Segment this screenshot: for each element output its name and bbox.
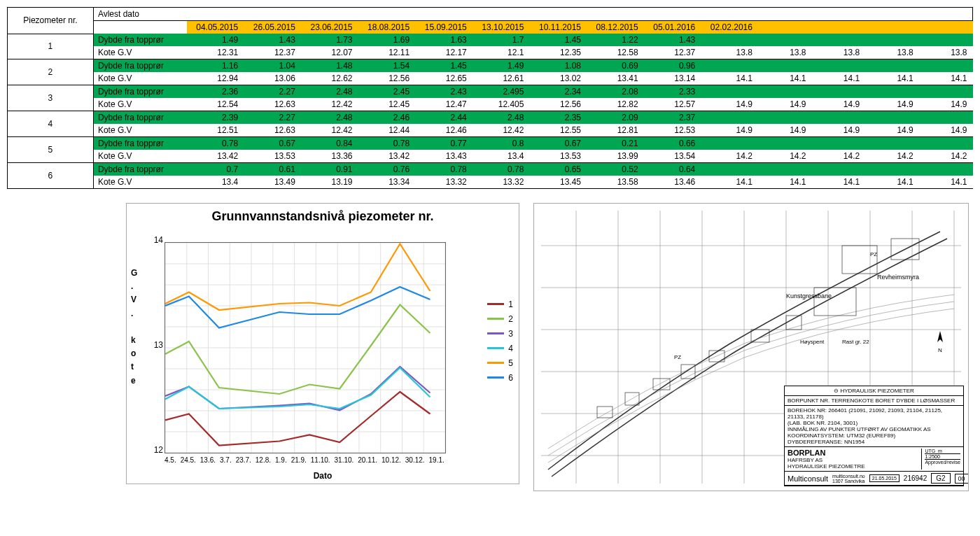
map-title-block: ⊖ HYDRAULISK PIEZOMETER BORPUNKT NR. TER… (784, 386, 964, 486)
chart-plot-area (164, 242, 446, 453)
piezometer-number: 4 (8, 111, 94, 137)
table-row: 3Dybde fra topprør2.362.272.482.452.432.… (8, 85, 973, 99)
col-header-dates: Avlest dato (93, 8, 972, 21)
borplan-map: Kunstgressbane Revheimsmyra Høyspent Ras… (533, 203, 969, 491)
table-row: Kote G.V12.5112.6312.4212.4412.4612.4212… (8, 124, 973, 137)
table-row: 6Dybde fra topprør0.70.610.910.760.780.7… (8, 163, 973, 176)
legend-item: 1 (487, 299, 513, 309)
table-row: Kote G.V12.3112.3712.0712.1112.1712.112.… (8, 46, 973, 59)
table-row: Kote G.V13.413.4913.1913.3413.3213.3213.… (8, 176, 973, 189)
piezometer-number: 6 (8, 163, 94, 189)
legend-item: 2 (487, 313, 513, 324)
svg-text:Rast gr. 22: Rast gr. 22 (842, 339, 869, 345)
legend-item: 4 (487, 343, 513, 353)
svg-text:Høyspent: Høyspent (800, 339, 825, 345)
chart-groundwater: Grunnvannstandsnivå piezometer nr. G.V.k… (126, 203, 519, 484)
y-axis-label: G.V.kote (131, 267, 137, 388)
svg-text:PZ: PZ (674, 354, 681, 360)
piezometer-number: 2 (8, 59, 94, 85)
legend-item: 6 (487, 372, 513, 383)
legend-item: 3 (487, 328, 513, 339)
piezometer-number: 5 (8, 137, 94, 163)
compass-icon: N (933, 330, 947, 353)
table-row: Kote G.V12.5412.6312.4212.4512.4712.4051… (8, 98, 973, 111)
y-ticks: 14 13 12 (149, 239, 163, 456)
svg-text:PZ: PZ (870, 251, 877, 258)
dates-row: 04.05.2015 26.05.2015 23.06.2015 18.08.2… (8, 21, 973, 34)
company-logo: Multiconsult (788, 474, 828, 483)
piezometer-number: 3 (8, 85, 94, 111)
piezometer-number: 1 (8, 34, 94, 59)
x-ticks: 4.5.24.5.13.6.3.7.23.7.12.8.1.9.21.9.11.… (164, 456, 444, 464)
chart-title: Grunnvannstandsnivå piezometer nr. (127, 209, 519, 224)
legend-item: 5 (487, 358, 513, 368)
table-row: 4Dybde fra topprør2.392.272.482.462.442.… (8, 111, 973, 125)
svg-text:N: N (938, 347, 942, 353)
table-row: 2Dybde fra topprør1.161.041.481.541.451.… (8, 59, 973, 73)
piezometer-table: Piezometer nr. Avlest dato 04.05.2015 26… (7, 7, 973, 189)
table-row: 5Dybde fra topprør0.780.670.840.780.770.… (8, 137, 973, 150)
svg-text:Revheimsmyra: Revheimsmyra (877, 274, 919, 281)
svg-text:Kunstgressbane: Kunstgressbane (786, 292, 832, 299)
svg-marker-43 (937, 331, 943, 342)
col-header-piezometer: Piezometer nr. (8, 8, 94, 34)
chart-legend: 123456 (487, 295, 513, 387)
x-axis-label: Dato (314, 471, 332, 481)
table-row: 1Dybde fra topprør1.491.431.731.691.631.… (8, 34, 973, 46)
table-row: Kote G.V13.4213.5313.3613.4213.4313.413.… (8, 150, 973, 163)
table-row: Kote G.V12.9413.0612.6212.5612.6512.6113… (8, 72, 973, 85)
